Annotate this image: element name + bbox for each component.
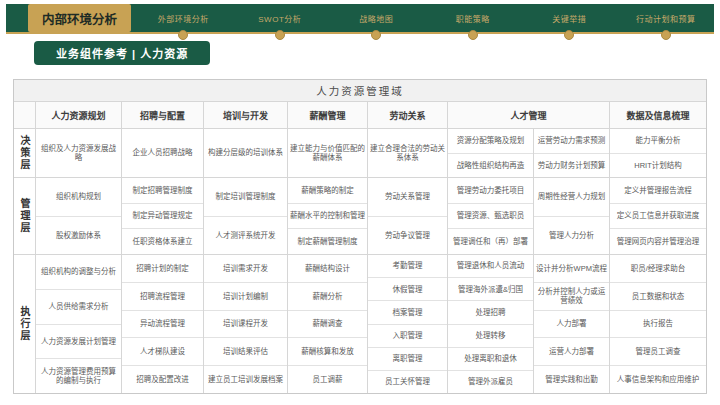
table-cell: 劳动力财务计划预算 [534, 154, 609, 178]
table-column: 定义并管理报告流程定义员工信息并获取进度管理网页内容并管理治理 [610, 178, 706, 254]
nav-tab[interactable]: SWOT分析 [232, 4, 329, 32]
table-cell: 能力平衡分析 [610, 129, 706, 154]
table-cell: 管理退休和人员流动 [448, 255, 533, 278]
table-cell: 人力部署 [534, 311, 609, 339]
table-cell: 运营人力部署 [534, 338, 609, 366]
section-label-button[interactable]: 业务组件参考 | 人力资源 [34, 41, 210, 65]
table-cell: 员工调薪 [288, 366, 367, 393]
nav-tab-label: 战略地图 [359, 13, 393, 24]
column-header: 培训与开发 [204, 102, 288, 128]
top-nav-bar: 内部环境分析外部环境分析SWOT分析战略地图职能策略关键举措行动计划和预算 [6, 4, 714, 34]
table-cell: 入职管理 [368, 325, 447, 348]
table-column: 企业人员招聘战略 [122, 129, 204, 177]
table-cell: 培训结果评估 [204, 338, 287, 366]
table-column: 考勤管理休假管理档案管理入职管理离职管理员工关怀管理 [368, 255, 448, 393]
column-header: 薪酬管理 [288, 102, 368, 128]
table-column: 劳动关系管理劳动争议管理 [368, 178, 448, 254]
table-cell: 员工数据和状态 [610, 283, 706, 311]
table-cell: 设计并分析WPM流程 [534, 255, 609, 283]
table-cell: 周期性经营人力规划 [534, 178, 609, 217]
table-header-row: 人力资源规划招聘与配置培训与开发薪酬管理劳动关系人才管理数据及信息梳理 [14, 102, 706, 129]
table-cell: 管理员工调查 [610, 338, 706, 366]
table-cell: 定义并管理报告流程 [610, 178, 706, 204]
timeline-dot-icon [468, 30, 478, 40]
table-cell: 招聘计划的制定 [122, 255, 203, 283]
table-cell: 运营劳动力需求预测 [534, 129, 609, 154]
table-cell: 招聘及配置改进 [122, 366, 203, 393]
table-cell: 资源分配策略及规划 [448, 129, 533, 154]
nav-tab[interactable]: 关键举措 [521, 4, 618, 32]
table-cell: 制定异动管理规定 [122, 204, 203, 230]
table-column: 组织机构的调整与分析人员供给需求分析人力资源发展计划管理人力资源管理费用预算的编… [36, 255, 122, 393]
table-band: 决策层组织及人力资源发展战略企业人员招聘战略构建分层级的培训体系建立能力与价值匹… [14, 129, 706, 178]
table-cell: 管理网页内容并管理治理 [610, 229, 706, 254]
table-cell: 管理海外派遣&归国 [448, 278, 533, 301]
table-cell: 人才测评系统开发 [204, 217, 287, 255]
table-cell: 制定招聘管理制度 [122, 178, 203, 204]
column-header: 人才管理 [448, 102, 610, 128]
nav-tab-label: 职能策略 [456, 13, 490, 24]
table-title: 人力资源管理域 [14, 80, 706, 102]
table-cell: 档案管理 [368, 301, 447, 324]
nav-tab[interactable]: 外部环境分析 [135, 4, 232, 32]
table-column: 制定招聘管理制度制定异动管理规定任职资格体系建立 [122, 178, 204, 254]
table-cell: 股权激励体系 [36, 217, 121, 255]
hr-domain-table: 人力资源管理域 人力资源规划招聘与配置培训与开发薪酬管理劳动关系人才管理数据及信… [13, 79, 707, 394]
nav-tab-label: 内部环境分析 [42, 9, 117, 28]
table-cell: 休假管理 [368, 278, 447, 301]
row-group-label: 执行层 [14, 255, 36, 393]
table-cell: 薪酬核算和发放 [288, 338, 367, 366]
nav-tab[interactable]: 行动计划和预算 [618, 4, 715, 32]
table-column: 建立合理合法的劳动关系体系 [368, 129, 448, 177]
table-cell: 管理调任和（再）部署 [448, 229, 533, 254]
table-cell: 人力资源管理费用预算的编制与执行 [36, 359, 121, 393]
table-cell: 组织及人力资源发展战略 [36, 129, 121, 177]
timeline-dot-icon [371, 30, 381, 40]
table-column: 周期性经营人力规划管理人力分析 [534, 178, 610, 254]
table-column: 培训需求开发培训计划编制培训课程开发培训结果评估建立员工培训发展档案 [204, 255, 288, 393]
table-cell: 员工关怀管理 [368, 371, 447, 393]
table-column: 运营劳动力需求预测劳动力财务计划预算 [534, 129, 610, 177]
table-cell: 管理人力分析 [534, 217, 609, 255]
table-cell: 培训计划编制 [204, 283, 287, 311]
table-cell: 薪酬水平的控制和管理 [288, 204, 367, 230]
nav-tab-label: 关键举措 [552, 13, 586, 24]
nav-tabs: 内部环境分析外部环境分析SWOT分析战略地图职能策略关键举措行动计划和预算 [28, 4, 714, 32]
table-cell: 人才梯队建设 [122, 338, 203, 366]
table-cell: 异动流程管理 [122, 311, 203, 339]
table-column: 制定培训管理制度人才测评系统开发 [204, 178, 288, 254]
table-cell: 职员/经理求助台 [610, 255, 706, 283]
timeline-dot-icon [178, 30, 188, 40]
table-cell: 制定薪酬管理制度 [288, 229, 367, 254]
table-cell: 人力资源发展计划管理 [36, 325, 121, 360]
table-cell: 薪酬策略的制定 [288, 178, 367, 204]
table-cell: 管理资源、甄选职员 [448, 204, 533, 230]
nav-tab-active[interactable]: 内部环境分析 [28, 4, 131, 32]
slide: 内部环境分析外部环境分析SWOT分析战略地图职能策略关键举措行动计划和预算 业务… [0, 0, 720, 405]
timeline-dot-icon [661, 30, 671, 40]
column-header: 人力资源规划 [36, 102, 122, 128]
table-cell: 任职资格体系建立 [122, 229, 203, 254]
table-cell: 招聘流程管理 [122, 283, 203, 311]
table-column: 管理劳动力委托项目管理资源、甄选职员管理调任和（再）部署 [448, 178, 534, 254]
nav-tab[interactable]: 战略地图 [328, 4, 425, 32]
table-cell: 离职管理 [368, 348, 447, 371]
table-column: 组织机构规划股权激励体系 [36, 178, 122, 254]
table-cell: 建立合理合法的劳动关系体系 [368, 129, 447, 177]
table-cell: 建立员工培训发展档案 [204, 366, 287, 393]
nav-tab-label: 行动计划和预算 [636, 13, 696, 24]
column-header: 招聘与配置 [122, 102, 204, 128]
table-cell: 薪酬结构设计 [288, 255, 367, 283]
table-cell: 薪酬分析 [288, 283, 367, 311]
table-column: 建立能力与价值匹配的薪酬体系 [288, 129, 368, 177]
nav-tab-label: 外部环境分析 [158, 13, 209, 24]
table-column: 职员/经理求助台员工数据和状态执行报告管理员工调查人事信息架构和应用维护 [610, 255, 706, 393]
table-column: 构建分层级的培训体系 [204, 129, 288, 177]
row-group-label: 管理层 [14, 178, 36, 254]
table-cell: 执行报告 [610, 311, 706, 339]
timeline-dot-icon [275, 30, 285, 40]
table-column: 管理退休和人员流动管理海外派遣&归国处理招聘处理转移处理离职和退休管理外派雇员 [448, 255, 534, 393]
table-cell: 人事信息架构和应用维护 [610, 366, 706, 393]
table-column: 招聘计划的制定招聘流程管理异动流程管理人才梯队建设招聘及配置改进 [122, 255, 204, 393]
nav-tab[interactable]: 职能策略 [425, 4, 522, 32]
